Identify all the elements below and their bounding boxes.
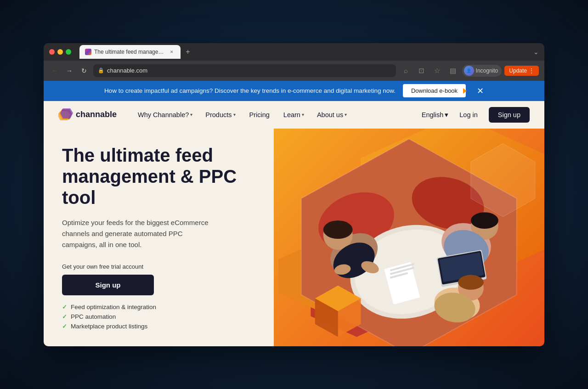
tab-close-button[interactable]: ✕ xyxy=(169,49,175,55)
url-text: channable.com xyxy=(107,67,147,74)
update-button[interactable]: Update ⋮ xyxy=(504,66,539,76)
chevron-down-icon: ▾ xyxy=(233,112,236,117)
active-tab[interactable]: The ultimate feed manageme... ✕ xyxy=(79,45,181,59)
maximize-dot[interactable] xyxy=(66,49,71,55)
lock-icon: 🔒 xyxy=(98,68,104,73)
logo[interactable]: channable xyxy=(58,107,117,122)
bookmark-icon[interactable]: ☆ xyxy=(431,64,444,77)
logo-icon xyxy=(58,107,73,122)
nav-item-pricing[interactable]: Pricing xyxy=(242,107,277,122)
chevron-down-icon: ▾ xyxy=(345,112,347,117)
window-maximize-icon: ⌄ xyxy=(533,48,539,56)
check-icon: ✓ xyxy=(62,304,67,310)
main-nav: channable Why Channable? ▾ Products ▾ Pr… xyxy=(44,101,544,129)
chevron-down-icon: ▾ xyxy=(445,111,448,118)
profile-name: Incognito xyxy=(476,68,498,74)
svg-point-17 xyxy=(471,212,498,229)
logo-text: channable xyxy=(76,110,117,119)
tab-favicon xyxy=(85,49,91,55)
nav-right: English ▾ Log in Sign up xyxy=(422,107,530,123)
avatar: 👤 xyxy=(464,66,474,76)
svg-point-11 xyxy=(323,220,353,239)
hero-title: The ultimate feed management & PPC tool xyxy=(62,145,255,208)
hero-left: The ultimate feed management & PPC tool … xyxy=(44,129,274,346)
nav-item-learn[interactable]: Learn ▾ xyxy=(277,107,311,122)
chevron-down-icon: ▾ xyxy=(190,112,192,117)
hero-subtitle: Optimize your feeds for the biggest eCom… xyxy=(62,217,218,250)
check-icon: ✓ xyxy=(62,323,67,330)
profile-button[interactable]: 👤 Incognito xyxy=(462,65,502,77)
window-controls: ⌄ xyxy=(533,48,539,56)
download-ebook-button[interactable]: Download e-book xyxy=(403,84,466,97)
hero-section: The ultimate feed management & PPC tool … xyxy=(44,129,544,346)
tabs-area: The ultimate feed manageme... ✕ + xyxy=(79,45,530,59)
chevron-down-icon: ▾ xyxy=(302,112,304,117)
feature-item-3: ✓ Marketplace product listings xyxy=(62,323,255,330)
hero-right xyxy=(274,129,544,346)
nav-item-products[interactable]: Products ▾ xyxy=(199,107,242,122)
close-dot[interactable] xyxy=(49,49,55,55)
language-selector[interactable]: English ▾ xyxy=(422,111,449,118)
minimize-dot[interactable] xyxy=(57,49,63,55)
feature-item-1: ✓ Feed optimization & integration xyxy=(62,304,255,310)
traffic-lights xyxy=(49,49,71,55)
svg-point-24 xyxy=(458,275,484,289)
features-list: ✓ Feed optimization & integration ✓ PPC … xyxy=(62,304,255,330)
hero-illustration xyxy=(274,129,544,346)
nav-links: Why Channable? ▾ Products ▾ Pricing Lear… xyxy=(131,107,422,122)
feature-item-2: ✓ PPC automation xyxy=(62,313,255,320)
sidebar-icon[interactable]: ▤ xyxy=(447,64,459,77)
tab-title: The ultimate feed manageme... xyxy=(94,49,166,55)
refresh-button[interactable]: ↻ xyxy=(79,65,90,76)
url-bar[interactable]: 🔒 channable.com xyxy=(93,64,396,77)
login-button[interactable]: Log in xyxy=(454,107,483,122)
address-bar: ← → ↻ 🔒 channable.com ⌕ ⊡ ☆ ▤ 👤 Incognit… xyxy=(44,61,544,81)
check-icon: ✓ xyxy=(62,313,67,320)
announcement-text: How to create impactful ad campaigns? Di… xyxy=(104,87,396,94)
forward-button[interactable]: → xyxy=(64,65,75,76)
nav-item-why-channable[interactable]: Why Channable? ▾ xyxy=(131,107,199,122)
nav-item-about-us[interactable]: About us ▾ xyxy=(311,107,353,122)
website-content: How to create impactful ad campaigns? Di… xyxy=(44,81,544,346)
update-label: Update xyxy=(509,68,527,74)
hero-signup-button[interactable]: Sign up xyxy=(62,275,154,295)
signup-button[interactable]: Sign up xyxy=(489,107,530,123)
address-bar-actions: ⌕ ⊡ ☆ ▤ 👤 Incognito Update ⋮ xyxy=(400,64,539,77)
airplay-icon[interactable]: ⊡ xyxy=(415,64,428,77)
new-tab-button[interactable]: + xyxy=(182,46,193,57)
announcement-bar: How to create impactful ad campaigns? Di… xyxy=(44,81,544,101)
cta-label: Get your own free trial account xyxy=(62,263,255,270)
back-button[interactable]: ← xyxy=(49,65,60,76)
title-bar: The ultimate feed manageme... ✕ + ⌄ xyxy=(44,43,544,61)
close-announcement-button[interactable]: ✕ xyxy=(477,86,484,96)
browser-window: The ultimate feed manageme... ✕ + ⌄ ← → … xyxy=(44,43,544,346)
update-chevron: ⋮ xyxy=(529,68,534,74)
search-icon[interactable]: ⌕ xyxy=(400,64,413,77)
